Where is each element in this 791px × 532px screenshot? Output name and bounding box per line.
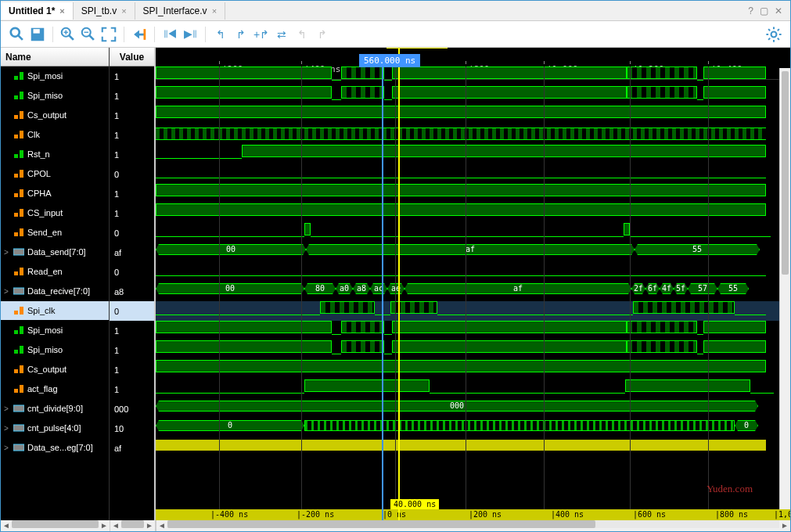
help-icon[interactable]: ?	[748, 5, 753, 16]
prev-trans-icon[interactable]: ↰	[212, 26, 229, 43]
next-trans-icon[interactable]: ↱	[232, 26, 250, 43]
signal-row[interactable]: CPHA	[1, 184, 109, 203]
gear-icon[interactable]	[765, 26, 782, 43]
close-icon[interactable]: ×	[59, 6, 64, 16]
scroll-left-icon[interactable]: ◄	[110, 520, 121, 531]
wave-row[interactable]	[156, 145, 790, 164]
wave-row[interactable]: 00af55	[156, 243, 790, 262]
wave-row[interactable]	[156, 301, 790, 321]
signal-row[interactable]: Rst_n	[1, 145, 109, 164]
signal-row[interactable]: > cnt_divide[9:0]	[1, 399, 109, 419]
cursor-blue[interactable]	[382, 66, 383, 520]
save-icon[interactable]	[29, 26, 46, 43]
signal-row[interactable]: Spi_miso	[1, 86, 109, 106]
signal-row[interactable]: Read_en	[1, 262, 109, 282]
wave-row[interactable]	[156, 184, 790, 203]
wave-row[interactable]	[156, 379, 790, 399]
svg-rect-43	[14, 389, 18, 393]
tab-spi-tb[interactable]: SPI_tb.v ×	[74, 2, 135, 20]
signal-row[interactable]: Spi_clk	[1, 301, 109, 321]
tab-spi-interface[interactable]: SPI_Interface.v ×	[135, 2, 225, 20]
signal-row[interactable]: CPOL	[1, 164, 109, 184]
svg-rect-32	[14, 271, 18, 275]
tab-label: SPI_Interface.v	[143, 5, 207, 16]
close-icon[interactable]: ×	[212, 6, 217, 16]
swap-icon[interactable]: ⇄	[273, 26, 290, 43]
scroll-right-icon[interactable]: ►	[779, 520, 790, 531]
tab-label: Untitled 1*	[9, 5, 55, 16]
signal-value: af	[110, 243, 154, 262]
signal-icon	[13, 365, 24, 374]
signal-icon	[13, 404, 24, 413]
wave-row[interactable]	[156, 125, 790, 145]
signal-row[interactable]: Send_en	[1, 223, 109, 243]
signal-name: Rst_n	[27, 149, 50, 159]
search-icon[interactable]	[9, 26, 26, 43]
cursor-blue-label: 560.000 ns	[359, 54, 420, 67]
zoom-in-icon[interactable]	[59, 26, 77, 43]
signal-row[interactable]: CS_input	[1, 203, 109, 223]
wave-row[interactable]: 00	[156, 419, 790, 438]
signal-row[interactable]: Spi_mosi	[1, 66, 109, 86]
wave-row[interactable]	[156, 340, 790, 360]
wave-row[interactable]	[156, 66, 790, 86]
expand-icon[interactable]: >	[4, 444, 13, 452]
zoom-fit-icon[interactable]	[100, 26, 117, 43]
signal-icon	[13, 325, 24, 335]
scroll-right-icon[interactable]: ►	[144, 520, 155, 531]
go-end-icon[interactable]: ▶⦀	[182, 26, 199, 43]
signal-row[interactable]: Clk	[1, 125, 109, 145]
signal-row[interactable]: > Data_send[7:0]	[1, 243, 109, 262]
signal-icon	[13, 384, 24, 394]
scroll-left-icon[interactable]: ◄	[1, 520, 12, 531]
signal-row[interactable]: Cs_output	[1, 106, 109, 125]
go-start-icon[interactable]: ⦀◀	[161, 26, 178, 43]
expand-icon[interactable]: >	[4, 424, 13, 433]
signal-row[interactable]: Cs_output	[1, 360, 109, 379]
wave-row[interactable]	[156, 262, 790, 282]
secondary-ruler[interactable]: |-400 ns|-200 ns|0 ns|200 ns|400 ns|600 …	[156, 509, 790, 520]
expand-icon[interactable]: >	[4, 248, 13, 257]
signal-row[interactable]: > Data_se...eg[7:0]	[1, 438, 109, 458]
svg-rect-41	[14, 369, 18, 373]
wave-row[interactable]: 000	[156, 399, 790, 419]
wave-row[interactable]	[156, 223, 790, 243]
expand-icon[interactable]: >	[4, 404, 13, 413]
signal-name: Data_recive[7:0]	[27, 286, 90, 296]
scroll-left-icon[interactable]: ◄	[156, 520, 167, 531]
name-hscroll[interactable]	[12, 520, 99, 528]
expand-icon[interactable]: >	[4, 287, 13, 296]
go-cursor-icon[interactable]	[131, 26, 148, 43]
wave-body[interactable]: 00af550080a0a8acaeaf2f6f4f5f575500000	[156, 66, 790, 509]
wave-row[interactable]	[156, 321, 790, 340]
tab-untitled[interactable]: Untitled 1* ×	[1, 2, 74, 20]
vertical-scrollbar[interactable]	[779, 68, 790, 509]
svg-rect-33	[20, 268, 23, 275]
signal-name: CPOL	[27, 169, 51, 178]
signal-row[interactable]: > cnt_pulse[4:0]	[1, 419, 109, 438]
cursor-yellow-label: 600.000 ns	[387, 48, 448, 49]
scroll-right-icon[interactable]: ►	[99, 520, 110, 531]
signal-row[interactable]: Spi_miso	[1, 340, 109, 360]
zoom-out-icon[interactable]	[80, 26, 97, 43]
waveform-panel[interactable]: 600.000 ns |200 ns|400 ns|600 ns|800 ns|…	[156, 48, 790, 520]
maximize-icon[interactable]: ▢	[760, 5, 768, 16]
cursor-yellow[interactable]	[398, 48, 400, 520]
wave-row[interactable]	[156, 164, 790, 184]
wave-row[interactable]	[156, 106, 790, 125]
close-icon[interactable]: ×	[121, 6, 126, 16]
wave-row[interactable]	[156, 86, 790, 106]
wave-hscroll[interactable]	[167, 520, 779, 528]
add-marker-icon[interactable]: +↱	[253, 26, 270, 43]
signal-row[interactable]: Spi_mosi	[1, 321, 109, 340]
wave-row[interactable]	[156, 203, 790, 223]
value-hscroll[interactable]	[121, 520, 144, 528]
wave-row[interactable]	[156, 360, 790, 379]
svg-rect-14	[20, 72, 23, 80]
close-panel-icon[interactable]: ✕	[775, 5, 782, 16]
signal-name: Send_en	[27, 228, 62, 237]
wave-row[interactable]: 0080a0a8acaeaf2f6f4f5f5755	[156, 282, 790, 301]
signal-row[interactable]: act_flag	[1, 379, 109, 399]
signal-row[interactable]: > Data_recive[7:0]	[1, 282, 109, 301]
wave-row[interactable]	[156, 438, 790, 458]
